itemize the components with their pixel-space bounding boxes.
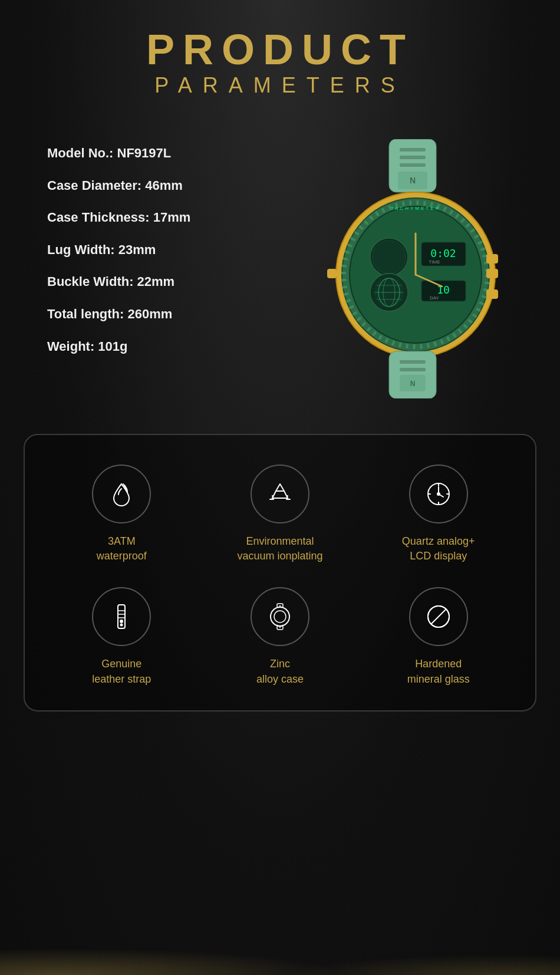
case-icon <box>251 587 309 646</box>
svg-point-49 <box>120 620 123 622</box>
main-content: Model No.: NF9197LCase Diameter: 46mmCas… <box>0 116 560 422</box>
spec-item-2: Case Thickness: 17mm <box>47 209 289 226</box>
spec-item-3: Lug Width: 23mm <box>47 242 289 259</box>
strap-icon <box>92 587 151 646</box>
specs-list: Model No.: NF9197LCase Diameter: 46mmCas… <box>47 133 289 370</box>
svg-rect-33 <box>400 360 426 364</box>
svg-point-40 <box>437 493 440 495</box>
feature-item-strap: Genuine leather strap <box>48 587 195 686</box>
svg-point-51 <box>271 607 289 626</box>
svg-line-58 <box>431 609 446 624</box>
svg-rect-14 <box>327 269 337 278</box>
spec-item-6: Weight: 101g <box>47 338 289 355</box>
svg-point-50 <box>121 624 123 626</box>
feature-item-ionplating: Environmental vacuum ionplating <box>207 465 354 564</box>
watch-image-area: N TACHYMETER <box>301 133 525 398</box>
spec-item-0: Model No.: NF9197L <box>47 145 289 162</box>
svg-text:DAY: DAY <box>430 295 440 301</box>
feature-item-glass: Hardened mineral glass <box>365 587 512 686</box>
svg-text:TIME: TIME <box>429 259 440 265</box>
spec-item-5: Total length: 260mm <box>47 306 289 323</box>
svg-rect-3 <box>400 163 426 167</box>
waterproof-icon <box>92 465 151 523</box>
page-wrapper: PRODUCT PARAMETERS Model No.: NF9197LCas… <box>0 0 560 975</box>
features-box: 3ATM waterproof Environmental vacuum ion… <box>24 434 536 712</box>
bottom-sparkles <box>0 928 560 975</box>
feature-label-case: Zinc alloy case <box>256 657 304 686</box>
feature-label-glass: Hardened mineral glass <box>407 657 470 686</box>
spec-item-4: Buckle Width: 22mm <box>47 274 289 291</box>
page-header: PRODUCT PARAMETERS <box>0 0 560 116</box>
svg-rect-13 <box>486 289 498 299</box>
svg-rect-2 <box>400 156 426 159</box>
watch-illustration: N TACHYMETER <box>312 139 513 398</box>
feature-item-case: Zinc alloy case <box>207 587 354 686</box>
title-product: PRODUCT <box>0 28 560 71</box>
features-grid: 3ATM waterproof Environmental vacuum ion… <box>48 465 512 687</box>
svg-rect-1 <box>400 148 426 151</box>
spec-item-1: Case Diameter: 46mm <box>47 177 289 195</box>
svg-text:TACHYMETER: TACHYMETER <box>391 206 441 211</box>
feature-label-strap: Genuine leather strap <box>92 657 151 686</box>
title-parameters: PARAMETERS <box>0 73 560 98</box>
svg-text:N: N <box>410 380 416 388</box>
svg-point-52 <box>274 611 286 622</box>
feature-item-display: Quartz analog+ LCD display <box>365 465 512 564</box>
display-icon <box>409 465 468 523</box>
svg-rect-12 <box>486 269 498 278</box>
svg-text:N: N <box>410 176 416 185</box>
glass-icon <box>409 587 468 646</box>
svg-text:0:02: 0:02 <box>430 247 456 259</box>
ionplating-icon <box>251 465 309 523</box>
feature-label-waterproof: 3ATM waterproof <box>97 534 147 564</box>
feature-label-ionplating: Environmental vacuum ionplating <box>237 534 322 564</box>
svg-point-16 <box>373 241 406 274</box>
feature-item-waterproof: 3ATM waterproof <box>48 465 195 564</box>
svg-rect-11 <box>486 254 498 263</box>
svg-rect-34 <box>400 368 426 371</box>
feature-label-display: Quartz analog+ LCD display <box>402 534 475 564</box>
